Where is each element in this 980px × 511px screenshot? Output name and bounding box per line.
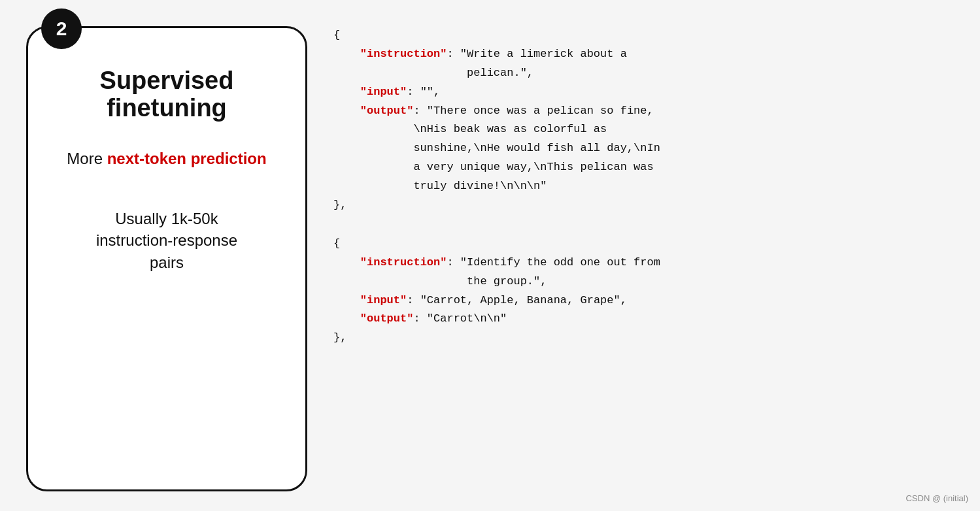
right-panel: { "instruction": "Write a limerick about… — [333, 20, 954, 491]
step-number: 2 — [56, 18, 67, 40]
ex1-instruction-key: "instruction" — [360, 48, 447, 60]
ex2-instruction-key: "instruction" — [360, 256, 447, 269]
subtitle-highlight: next-token prediction — [107, 150, 267, 167]
step-badge: 2 — [41, 8, 82, 49]
panel-title: Supervised finetuning — [46, 67, 287, 122]
code-example-2: { "instruction": "Identify the odd one o… — [333, 235, 954, 348]
ex1-input-key: "input" — [360, 86, 407, 98]
ex2-input-key: "input" — [360, 294, 407, 306]
left-panel: 2 Supervised finetuning More next-token … — [26, 26, 307, 491]
main-container: 2 Supervised finetuning More next-token … — [0, 0, 980, 511]
ex1-output-key: "output" — [360, 105, 414, 117]
ex2-output-key: "output" — [360, 312, 414, 325]
panel-subtitle: More next-token prediction — [67, 148, 266, 169]
code-example-1: { "instruction": "Write a limerick about… — [333, 26, 954, 215]
watermark: CSDN @ (initial) — [905, 493, 968, 503]
panel-description: Usually 1k-50k instruction-response pair… — [96, 208, 237, 274]
subtitle-prefix: More — [67, 150, 107, 167]
